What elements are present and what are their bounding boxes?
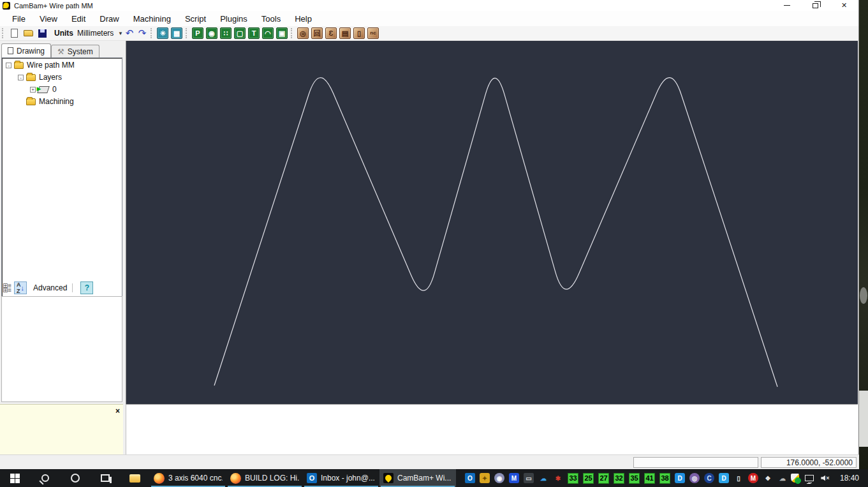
menu-script[interactable]: Script xyxy=(178,12,213,26)
undo-button[interactable]: ↶ xyxy=(123,27,136,39)
text-tool-icon[interactable]: T xyxy=(248,27,260,39)
wallpaper-detail xyxy=(859,391,868,447)
help-icon[interactable]: ? xyxy=(80,281,93,294)
tray-icon-malwarebytes[interactable]: M xyxy=(509,473,519,483)
tree-item-layer-0[interactable]: +0 xyxy=(2,84,122,94)
coretemp-reading-6[interactable]: 38 xyxy=(659,473,670,484)
menu-machining[interactable]: Machining xyxy=(126,12,178,26)
taskbar-button-firefox-1[interactable]: 3 axis 6040 cnc... xyxy=(150,469,226,487)
gcode-op-icon[interactable]: nc xyxy=(367,27,379,39)
network-tray-icon[interactable] xyxy=(802,469,817,487)
tray-icon-gold-badge[interactable]: ✦ xyxy=(480,473,490,483)
wrench-icon: ⚒ xyxy=(57,47,64,56)
tray-icon-blue-ring[interactable]: C xyxy=(704,473,714,483)
taskbar-clock[interactable]: 18:40 xyxy=(840,474,859,483)
snap-points-icon[interactable]: ✳ xyxy=(157,27,168,39)
arc-tool-icon[interactable]: ◠ xyxy=(262,27,274,39)
canvas-area xyxy=(124,41,859,454)
sort-alphabetical-icon[interactable]: AZ↓ xyxy=(14,281,27,294)
wire-path-polyline[interactable] xyxy=(214,78,777,387)
new-file-icon[interactable] xyxy=(8,27,20,40)
volume-muted-icon[interactable]: × xyxy=(817,469,834,487)
tray-icon-bittorrent[interactable]: ◎ xyxy=(689,473,700,483)
tray-icon-opendns-1[interactable]: D xyxy=(675,473,685,483)
categorized-view-icon[interactable]: ⊞≡⊞≡ xyxy=(3,283,11,292)
grid-toggle-icon[interactable]: ▦ xyxy=(171,27,182,39)
tab-label: Drawing xyxy=(17,47,45,56)
folder-icon xyxy=(14,62,24,69)
coretemp-reading-1[interactable]: 25 xyxy=(583,473,594,484)
windows-logo-icon xyxy=(10,474,20,483)
polyline-tool-icon[interactable]: P xyxy=(192,27,203,39)
close-button[interactable]: ✕ xyxy=(830,0,858,11)
taskbar-button-firefox-2[interactable]: BUILD LOG: Hi... xyxy=(226,469,303,487)
redo-button[interactable]: ↷ xyxy=(136,27,149,39)
taskbar-button-outlook[interactable]: OInbox - john@... xyxy=(303,469,379,487)
folder-icon xyxy=(26,74,36,81)
toolbar-grip[interactable] xyxy=(186,28,189,38)
cortana-button[interactable] xyxy=(60,469,90,487)
start-button[interactable] xyxy=(0,469,30,487)
menu-edit[interactable]: Edit xyxy=(64,12,92,26)
tree-item-machining[interactable]: Machining xyxy=(2,96,122,107)
engrave-op-icon[interactable]: Ɛ xyxy=(325,27,337,39)
toolbar-grip[interactable] xyxy=(291,28,294,38)
tray-icon-outlook[interactable]: O xyxy=(465,473,475,483)
open-file-icon[interactable] xyxy=(22,27,34,40)
pocket-op-icon[interactable]: 回 xyxy=(311,27,323,39)
expand-icon[interactable]: + xyxy=(30,87,36,93)
tab-system[interactable]: ⚒System xyxy=(51,45,99,57)
grid-toggle-icon: ▦ xyxy=(173,30,180,37)
lathe-op-icon: ▤ xyxy=(342,30,348,37)
lathe-op-icon[interactable]: ▤ xyxy=(339,27,351,39)
drawing-canvas[interactable] xyxy=(126,41,858,404)
rectangle-tool-icon[interactable]: ▢ xyxy=(234,27,246,39)
menu-help[interactable]: Help xyxy=(288,12,319,26)
toolbar-grip[interactable] xyxy=(2,28,5,38)
circle-tool-icon[interactable]: ◉ xyxy=(206,27,217,39)
collapse-icon[interactable]: - xyxy=(18,75,24,80)
menu-draw[interactable]: Draw xyxy=(92,12,126,26)
tree-item-layers[interactable]: -Layers xyxy=(2,72,122,82)
drill-op-icon[interactable]: ◎ xyxy=(297,27,309,39)
tray-icon-usb-eject[interactable]: ▯ xyxy=(733,473,744,483)
coretemp-reading-3[interactable]: 32 xyxy=(614,473,624,484)
units-value: Millimeters xyxy=(77,29,114,38)
tab-drawing[interactable]: Drawing xyxy=(1,43,51,57)
taskbar-button-cambam[interactable]: CamBam+ Wi... xyxy=(379,469,456,487)
tray-icon-onedrive-gray[interactable]: ☁ xyxy=(777,473,788,483)
coretemp-reading-0[interactable]: 33 xyxy=(568,473,578,484)
menu-tools[interactable]: Tools xyxy=(254,12,288,26)
search-button[interactable] xyxy=(30,469,60,487)
tray-icon-opendns-2[interactable]: D xyxy=(719,473,729,483)
tray-icon-mailwasher[interactable]: M xyxy=(748,473,758,483)
profile-op-icon[interactable]: ▯ xyxy=(353,27,365,39)
property-toolbar: ⊞≡⊞≡ AZ↓ Advanced ? xyxy=(0,280,124,296)
coretemp-reading-2[interactable]: 27 xyxy=(598,473,609,484)
menu-plugins[interactable]: Plugins xyxy=(213,12,254,26)
tray-icon-dropbox[interactable]: ❖ xyxy=(763,473,773,483)
file-explorer-icon xyxy=(129,474,140,483)
units-dropdown[interactable]: Millimeters ▼ xyxy=(77,29,123,38)
file-explorer-button[interactable] xyxy=(120,469,150,487)
tray-icon-onedrive-blue[interactable]: ☁ xyxy=(538,473,548,483)
save-icon[interactable] xyxy=(36,27,48,40)
points-tool-icon[interactable]: ∷ xyxy=(220,27,232,39)
title-bar: CamBam+ Wire path MM ✕ xyxy=(0,0,858,11)
surface-tool-icon[interactable]: ▣ xyxy=(276,27,288,39)
defender-tray-icon[interactable] xyxy=(788,469,802,487)
toolbar-grip[interactable] xyxy=(151,28,154,38)
collapse-icon[interactable]: - xyxy=(6,63,11,68)
task-view-button[interactable] xyxy=(90,469,120,487)
tray-icon-red-creature[interactable]: ✱ xyxy=(553,473,563,483)
minimize-button[interactable] xyxy=(772,0,801,11)
coretemp-reading-4[interactable]: 35 xyxy=(629,473,640,484)
menu-view[interactable]: View xyxy=(33,12,64,26)
close-message-icon[interactable]: × xyxy=(115,407,120,416)
tray-icon-monitor-info[interactable]: ▭ xyxy=(524,473,534,483)
tree-item-root[interactable]: -Wire path MM xyxy=(2,60,122,70)
menu-file[interactable]: File xyxy=(5,12,33,26)
restore-button[interactable] xyxy=(801,0,830,11)
tray-icon-eye[interactable]: ◉ xyxy=(494,473,504,483)
coretemp-reading-5[interactable]: 41 xyxy=(644,473,655,484)
